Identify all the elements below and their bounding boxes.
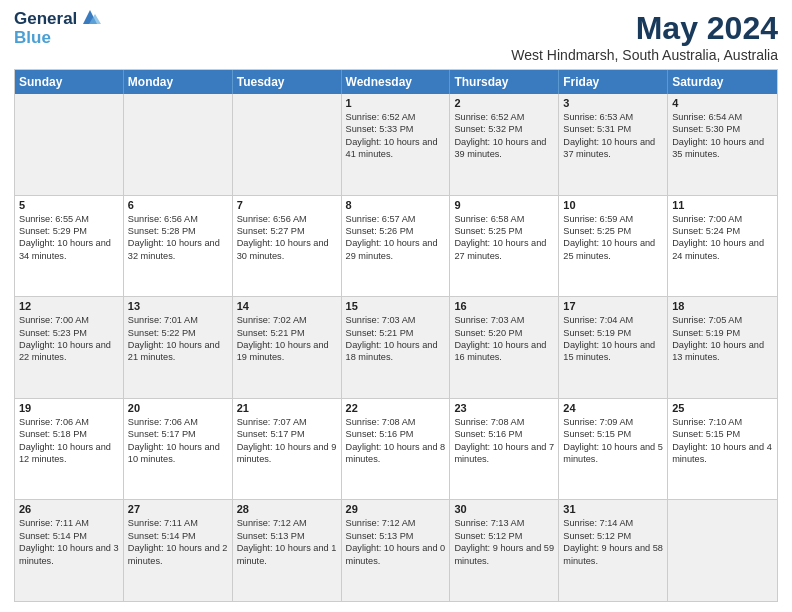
logo-general: General [14,10,77,29]
cell-info: Sunrise: 6:57 AMSunset: 5:26 PMDaylight:… [346,213,446,263]
day-number: 27 [128,503,228,515]
header-day-sunday: Sunday [15,70,124,94]
cell-info: Sunrise: 6:56 AMSunset: 5:28 PMDaylight:… [128,213,228,263]
calendar-cell: 17Sunrise: 7:04 AMSunset: 5:19 PMDayligh… [559,297,668,398]
calendar-cell: 8Sunrise: 6:57 AMSunset: 5:26 PMDaylight… [342,196,451,297]
day-number: 29 [346,503,446,515]
cell-info: Sunrise: 7:14 AMSunset: 5:12 PMDaylight:… [563,517,663,567]
cell-info: Sunrise: 7:12 AMSunset: 5:13 PMDaylight:… [346,517,446,567]
day-number: 24 [563,402,663,414]
calendar-cell: 2Sunrise: 6:52 AMSunset: 5:32 PMDaylight… [450,94,559,195]
day-number: 25 [672,402,773,414]
calendar-cell [233,94,342,195]
calendar-cell: 28Sunrise: 7:12 AMSunset: 5:13 PMDayligh… [233,500,342,601]
day-number: 26 [19,503,119,515]
calendar-cell: 5Sunrise: 6:55 AMSunset: 5:29 PMDaylight… [15,196,124,297]
day-number: 17 [563,300,663,312]
day-number: 2 [454,97,554,109]
day-number: 12 [19,300,119,312]
cell-info: Sunrise: 6:52 AMSunset: 5:32 PMDaylight:… [454,111,554,161]
cell-info: Sunrise: 6:53 AMSunset: 5:31 PMDaylight:… [563,111,663,161]
calendar-cell [124,94,233,195]
cell-info: Sunrise: 7:07 AMSunset: 5:17 PMDaylight:… [237,416,337,466]
header-day-tuesday: Tuesday [233,70,342,94]
day-number: 5 [19,199,119,211]
header-day-thursday: Thursday [450,70,559,94]
page: General Blue May 2024 West Hindmarsh, So… [0,0,792,612]
calendar-cell: 16Sunrise: 7:03 AMSunset: 5:20 PMDayligh… [450,297,559,398]
day-number: 7 [237,199,337,211]
day-number: 30 [454,503,554,515]
day-number: 6 [128,199,228,211]
day-number: 3 [563,97,663,109]
calendar-row-0: 1Sunrise: 6:52 AMSunset: 5:33 PMDaylight… [15,94,777,195]
calendar-cell [668,500,777,601]
cell-info: Sunrise: 7:10 AMSunset: 5:15 PMDaylight:… [672,416,773,466]
cell-info: Sunrise: 7:09 AMSunset: 5:15 PMDaylight:… [563,416,663,466]
day-number: 15 [346,300,446,312]
day-number: 10 [563,199,663,211]
calendar-cell: 12Sunrise: 7:00 AMSunset: 5:23 PMDayligh… [15,297,124,398]
calendar-cell: 21Sunrise: 7:07 AMSunset: 5:17 PMDayligh… [233,399,342,500]
cell-info: Sunrise: 7:00 AMSunset: 5:23 PMDaylight:… [19,314,119,364]
cell-info: Sunrise: 7:11 AMSunset: 5:14 PMDaylight:… [19,517,119,567]
calendar-row-1: 5Sunrise: 6:55 AMSunset: 5:29 PMDaylight… [15,195,777,297]
calendar-cell: 3Sunrise: 6:53 AMSunset: 5:31 PMDaylight… [559,94,668,195]
day-number: 19 [19,402,119,414]
cell-info: Sunrise: 6:56 AMSunset: 5:27 PMDaylight:… [237,213,337,263]
cell-info: Sunrise: 7:13 AMSunset: 5:12 PMDaylight:… [454,517,554,567]
day-number: 4 [672,97,773,109]
calendar-cell: 26Sunrise: 7:11 AMSunset: 5:14 PMDayligh… [15,500,124,601]
day-number: 11 [672,199,773,211]
cell-info: Sunrise: 7:05 AMSunset: 5:19 PMDaylight:… [672,314,773,364]
calendar-row-2: 12Sunrise: 7:00 AMSunset: 5:23 PMDayligh… [15,296,777,398]
cell-info: Sunrise: 6:59 AMSunset: 5:25 PMDaylight:… [563,213,663,263]
calendar-cell: 15Sunrise: 7:03 AMSunset: 5:21 PMDayligh… [342,297,451,398]
header-day-saturday: Saturday [668,70,777,94]
header-day-friday: Friday [559,70,668,94]
month-title: May 2024 [511,10,778,47]
day-number: 21 [237,402,337,414]
cell-info: Sunrise: 6:58 AMSunset: 5:25 PMDaylight:… [454,213,554,263]
header-day-monday: Monday [124,70,233,94]
logo-icon [79,6,101,28]
calendar-cell: 6Sunrise: 6:56 AMSunset: 5:28 PMDaylight… [124,196,233,297]
cell-info: Sunrise: 7:06 AMSunset: 5:18 PMDaylight:… [19,416,119,466]
header-day-wednesday: Wednesday [342,70,451,94]
logo: General Blue [14,10,101,47]
day-number: 9 [454,199,554,211]
calendar-cell: 30Sunrise: 7:13 AMSunset: 5:12 PMDayligh… [450,500,559,601]
cell-info: Sunrise: 7:03 AMSunset: 5:20 PMDaylight:… [454,314,554,364]
calendar-cell: 14Sunrise: 7:02 AMSunset: 5:21 PMDayligh… [233,297,342,398]
calendar-cell: 18Sunrise: 7:05 AMSunset: 5:19 PMDayligh… [668,297,777,398]
day-number: 31 [563,503,663,515]
calendar-cell: 23Sunrise: 7:08 AMSunset: 5:16 PMDayligh… [450,399,559,500]
cell-info: Sunrise: 7:12 AMSunset: 5:13 PMDaylight:… [237,517,337,567]
title-area: May 2024 West Hindmarsh, South Australia… [511,10,778,63]
cell-info: Sunrise: 6:52 AMSunset: 5:33 PMDaylight:… [346,111,446,161]
cell-info: Sunrise: 7:03 AMSunset: 5:21 PMDaylight:… [346,314,446,364]
calendar-cell: 19Sunrise: 7:06 AMSunset: 5:18 PMDayligh… [15,399,124,500]
day-number: 16 [454,300,554,312]
cell-info: Sunrise: 7:11 AMSunset: 5:14 PMDaylight:… [128,517,228,567]
calendar-cell: 13Sunrise: 7:01 AMSunset: 5:22 PMDayligh… [124,297,233,398]
day-number: 22 [346,402,446,414]
day-number: 28 [237,503,337,515]
cell-info: Sunrise: 6:55 AMSunset: 5:29 PMDaylight:… [19,213,119,263]
cell-info: Sunrise: 7:08 AMSunset: 5:16 PMDaylight:… [454,416,554,466]
header: General Blue May 2024 West Hindmarsh, So… [14,10,778,63]
calendar-cell: 9Sunrise: 6:58 AMSunset: 5:25 PMDaylight… [450,196,559,297]
calendar-row-3: 19Sunrise: 7:06 AMSunset: 5:18 PMDayligh… [15,398,777,500]
calendar-cell: 22Sunrise: 7:08 AMSunset: 5:16 PMDayligh… [342,399,451,500]
logo-blue: Blue [14,29,101,48]
calendar-body: 1Sunrise: 6:52 AMSunset: 5:33 PMDaylight… [15,94,777,601]
cell-info: Sunrise: 7:04 AMSunset: 5:19 PMDaylight:… [563,314,663,364]
calendar-cell: 1Sunrise: 6:52 AMSunset: 5:33 PMDaylight… [342,94,451,195]
day-number: 1 [346,97,446,109]
calendar-cell [15,94,124,195]
calendar-cell: 29Sunrise: 7:12 AMSunset: 5:13 PMDayligh… [342,500,451,601]
calendar-cell: 27Sunrise: 7:11 AMSunset: 5:14 PMDayligh… [124,500,233,601]
calendar: SundayMondayTuesdayWednesdayThursdayFrid… [14,69,778,602]
calendar-cell: 11Sunrise: 7:00 AMSunset: 5:24 PMDayligh… [668,196,777,297]
day-number: 18 [672,300,773,312]
